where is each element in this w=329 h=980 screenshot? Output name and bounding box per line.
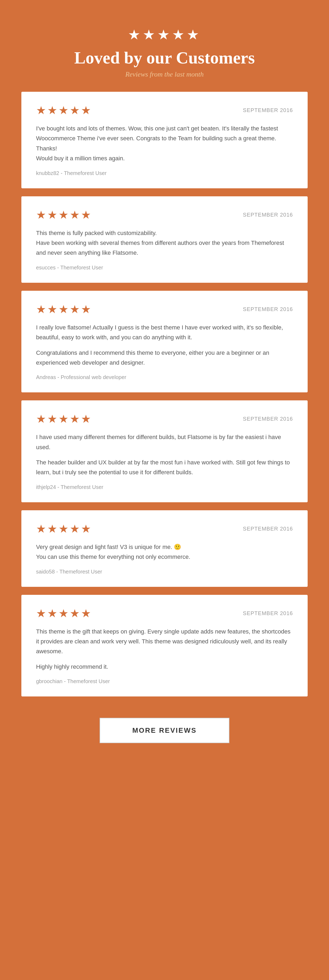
- reviews-container: ★★★★★SEPTEMBER 2016I've bought lots and …: [21, 92, 308, 697]
- review-card: ★★★★★SEPTEMBER 2016This theme is the gif…: [21, 595, 308, 697]
- review-card: ★★★★★SEPTEMBER 2016I've bought lots and …: [21, 92, 308, 188]
- review-stars: ★★★★★: [36, 412, 92, 425]
- review-stars: ★★★★★: [36, 522, 92, 535]
- review-author: knubbz82 - Themeforest User: [36, 170, 293, 176]
- review-card: ★★★★★SEPTEMBER 2016This theme is fully p…: [21, 196, 308, 283]
- review-text: I've bought lots and lots of themes. Wow…: [36, 124, 293, 164]
- more-reviews-button[interactable]: MORE REVIEWS: [100, 718, 229, 743]
- header-subtitle: Reviews from the last month: [21, 70, 308, 78]
- review-author: saido58 - Themeforest User: [36, 569, 293, 575]
- review-stars: ★★★★★: [36, 104, 92, 117]
- review-text: Congratulations and I recommend this the…: [36, 348, 293, 368]
- review-card: ★★★★★SEPTEMBER 2016I really love flatsom…: [21, 291, 308, 393]
- review-card: ★★★★★SEPTEMBER 2016Very great design and…: [21, 510, 308, 587]
- review-date: SEPTEMBER 2016: [243, 416, 293, 422]
- review-author: esucces - Themeforest User: [36, 265, 293, 271]
- review-header: ★★★★★SEPTEMBER 2016: [36, 522, 293, 535]
- page-wrapper: ★★★★★ Loved by our Customers Reviews fro…: [0, 0, 329, 773]
- review-author: Andreas - Professional web developer: [36, 374, 293, 380]
- review-text: The header builder and UX builder at by …: [36, 457, 293, 477]
- review-date: SEPTEMBER 2016: [243, 306, 293, 312]
- review-text: This theme is the gift that keeps on giv…: [36, 627, 293, 657]
- review-text: I really love flatsome! Actually I guess…: [36, 323, 293, 342]
- more-reviews-section: MORE REVIEWS: [21, 710, 308, 751]
- review-stars: ★★★★★: [36, 208, 92, 221]
- review-date: SEPTEMBER 2016: [243, 526, 293, 532]
- review-author: gbroochian - Themeforest User: [36, 678, 293, 684]
- review-header: ★★★★★SEPTEMBER 2016: [36, 412, 293, 425]
- header-section: ★★★★★ Loved by our Customers Reviews fro…: [21, 16, 308, 92]
- review-date: SEPTEMBER 2016: [243, 107, 293, 113]
- review-header: ★★★★★SEPTEMBER 2016: [36, 208, 293, 221]
- page-title: Loved by our Customers: [21, 48, 308, 68]
- review-date: SEPTEMBER 2016: [243, 212, 293, 218]
- header-stars: ★★★★★: [21, 27, 308, 43]
- review-text: Highly highly recommend it.: [36, 662, 293, 671]
- review-header: ★★★★★SEPTEMBER 2016: [36, 607, 293, 620]
- review-card: ★★★★★SEPTEMBER 2016I have used many diff…: [21, 400, 308, 502]
- review-text: Very great design and light fast! V3 is …: [36, 542, 293, 562]
- review-header: ★★★★★SEPTEMBER 2016: [36, 104, 293, 117]
- review-header: ★★★★★SEPTEMBER 2016: [36, 303, 293, 316]
- review-date: SEPTEMBER 2016: [243, 610, 293, 616]
- review-text: I have used many different themes for di…: [36, 432, 293, 452]
- review-text: This theme is fully packed with customiz…: [36, 228, 293, 258]
- review-stars: ★★★★★: [36, 607, 92, 620]
- review-author: ithjelp24 - Themeforest User: [36, 484, 293, 490]
- review-stars: ★★★★★: [36, 303, 92, 316]
